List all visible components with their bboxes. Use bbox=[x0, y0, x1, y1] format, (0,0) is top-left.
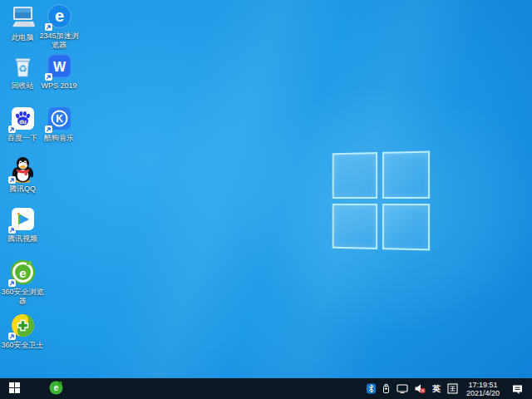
computer-icon bbox=[10, 5, 36, 31]
wps-icon: W bbox=[47, 53, 72, 79]
kugou-k-icon: K bbox=[47, 106, 72, 131]
shortcut-arrow-icon bbox=[45, 23, 52, 31]
svg-text:du: du bbox=[19, 119, 27, 125]
qq-penguin-icon bbox=[10, 156, 36, 182]
shortcut-arrow-icon bbox=[8, 176, 16, 184]
logo-pane bbox=[332, 152, 377, 199]
desktop-icon-tencent-video[interactable]: 腾讯视频 bbox=[0, 206, 45, 244]
windows-logo-icon bbox=[9, 382, 20, 396]
svg-text:e: e bbox=[53, 383, 58, 392]
logo-pane bbox=[332, 203, 377, 249]
start-button[interactable] bbox=[0, 378, 28, 399]
windows-wallpaper-logo bbox=[332, 151, 430, 251]
desktop-icon-2345-browser[interactable]: e 2345加速浏览器 bbox=[37, 3, 81, 50]
icon-label: 此电脑 bbox=[12, 33, 34, 42]
shortcut-arrow-icon bbox=[8, 226, 16, 234]
shortcut-arrow-icon bbox=[8, 279, 16, 287]
logo-pane bbox=[382, 151, 430, 199]
usb-device-icon[interactable] bbox=[382, 378, 391, 399]
icon-label: 百度一下 bbox=[7, 134, 37, 143]
desktop-icon-kugou-music[interactable]: K 酷狗音乐 bbox=[37, 106, 81, 143]
shortcut-arrow-icon bbox=[8, 332, 16, 340]
svg-text:K: K bbox=[56, 113, 63, 125]
recycle-bin-icon: ♻ bbox=[10, 53, 36, 79]
baidu-paw-icon: du bbox=[10, 106, 36, 131]
bluetooth-icon[interactable] bbox=[367, 378, 376, 399]
clock-date: 2021/4/20 bbox=[466, 389, 500, 397]
icon-label: 2345加速浏览器 bbox=[37, 32, 81, 50]
taskbar: e bbox=[0, 378, 532, 399]
shortcut-arrow-icon bbox=[45, 126, 52, 133]
icon-label: 腾讯QQ bbox=[9, 185, 36, 194]
clock-time: 17:19:51 bbox=[466, 381, 500, 389]
green-e-icon: e bbox=[10, 259, 36, 285]
desktop-icon-360-browser[interactable]: e 360安全浏览器 bbox=[0, 259, 45, 306]
svg-text:e: e bbox=[19, 266, 26, 280]
green-cross-icon bbox=[10, 313, 36, 338]
taskbar-clock[interactable]: 17:19:51 2021/4/20 bbox=[464, 381, 502, 397]
svg-text:W: W bbox=[52, 60, 66, 74]
logo-pane bbox=[382, 204, 430, 251]
desktop-icon-wps-2019[interactable]: W WPS 2019 bbox=[37, 53, 81, 91]
ime-language-indicator[interactable]: 英 bbox=[431, 378, 441, 399]
green-e-icon: e bbox=[49, 381, 63, 397]
desktop: 此电脑 e 2345加速浏览器 ♻ 回收站 bbox=[0, 0, 532, 378]
play-triangle-icon bbox=[10, 206, 36, 232]
volume-muted-icon[interactable] bbox=[414, 378, 426, 399]
taskbar-item-360-browser[interactable]: e bbox=[43, 378, 68, 399]
icon-label: 酷狗音乐 bbox=[44, 134, 74, 143]
icon-label: WPS 2019 bbox=[41, 81, 76, 91]
icon-label: 回收站 bbox=[12, 81, 34, 91]
icon-label: 360安全浏览器 bbox=[0, 288, 45, 306]
shortcut-arrow-icon bbox=[8, 126, 16, 133]
svg-text:♻: ♻ bbox=[18, 63, 27, 75]
desktop-icon-tencent-qq[interactable]: 腾讯QQ bbox=[0, 156, 45, 194]
action-center-icon[interactable] bbox=[508, 378, 529, 399]
icon-label: 360安全卫士 bbox=[1, 341, 43, 350]
icon-label: 腾讯视频 bbox=[7, 234, 37, 244]
2345-browser-icon: e bbox=[47, 3, 72, 29]
desktop-icon-360-safety[interactable]: 360安全卫士 bbox=[0, 313, 45, 350]
svg-text:e: e bbox=[54, 7, 63, 25]
display-network-icon[interactable] bbox=[397, 378, 408, 399]
ime-pad-icon[interactable] bbox=[447, 378, 458, 399]
system-tray: 英 17:19:51 2021/4/20 bbox=[367, 378, 532, 399]
shortcut-arrow-icon bbox=[45, 73, 52, 81]
